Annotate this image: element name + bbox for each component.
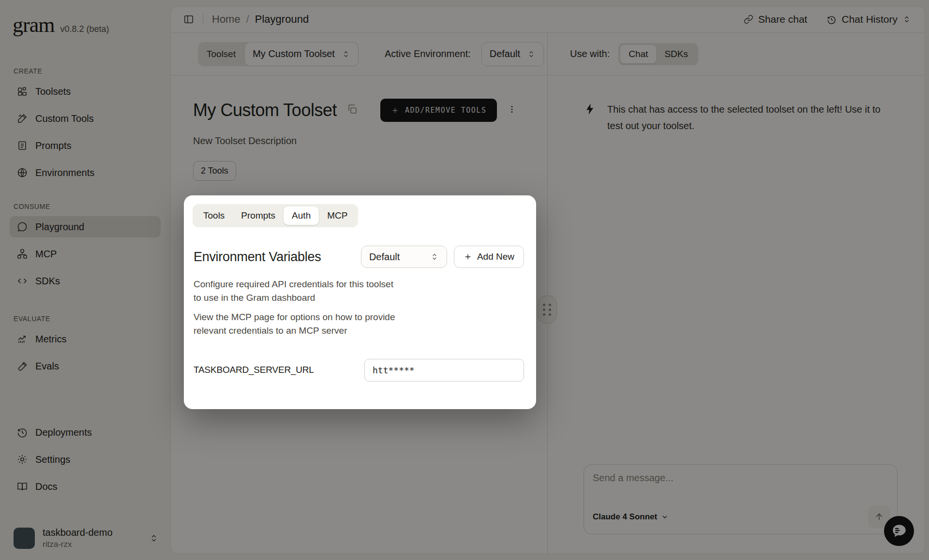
tab-auth[interactable]: Auth <box>284 206 319 225</box>
environment-select-value: Default <box>369 251 400 263</box>
plus-icon <box>464 252 472 261</box>
env-var-row: TASKBOARD_SERVER_URL <box>193 359 524 382</box>
tab-mcp[interactable]: MCP <box>319 206 356 225</box>
modal-header: Environment Variables Default Add New <box>193 246 524 268</box>
modal-tabs: Tools Prompts Auth MCP <box>193 204 358 227</box>
modal-description-2: View the MCP page for options on how to … <box>193 310 400 338</box>
add-new-button[interactable]: Add New <box>454 246 524 268</box>
toolset-config-modal: Tools Prompts Auth MCP Environment Varia… <box>184 195 536 409</box>
env-var-value-input[interactable] <box>364 359 524 382</box>
add-new-label: Add New <box>477 251 514 262</box>
modal-description-1: Configure required API credentials for t… <box>193 278 400 305</box>
tab-prompts[interactable]: Prompts <box>233 206 284 225</box>
chevrons-updown-icon <box>430 252 439 261</box>
modal-heading: Environment Variables <box>194 250 361 265</box>
tab-tools[interactable]: Tools <box>195 206 233 225</box>
env-var-name: TASKBOARD_SERVER_URL <box>194 365 364 375</box>
environment-select[interactable]: Default <box>361 246 447 268</box>
app-root: gram v0.8.2 (beta) CREATE Toolsets Custo… <box>0 0 929 560</box>
